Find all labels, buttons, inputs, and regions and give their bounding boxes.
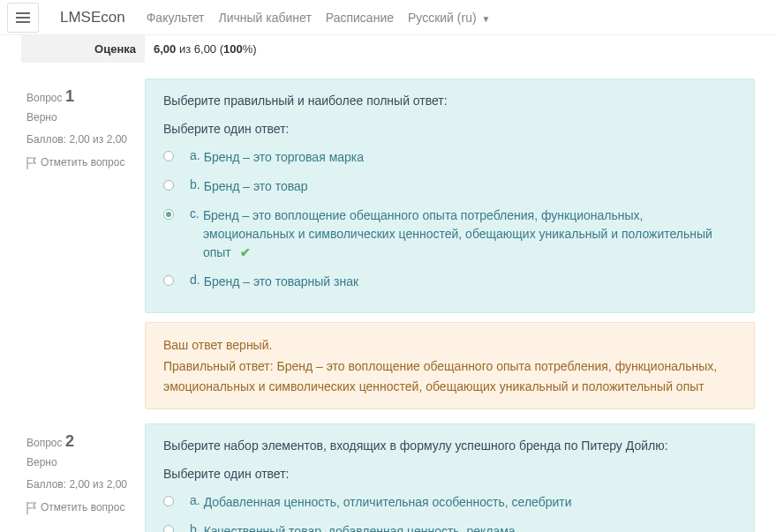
answer-option[interactable]: b. Качественный товар, добавленная ценно… (163, 517, 736, 532)
answer-prompt: Выберите один ответ: (163, 467, 736, 481)
flag-text: Отметить вопрос (41, 156, 124, 170)
feedback-body: Правильный ответ: Бренд – это воплощение… (163, 356, 736, 396)
answer-option[interactable]: a. Бренд – это торговая марка (163, 143, 736, 172)
hamburger-icon (16, 12, 30, 23)
flag-icon (26, 502, 37, 514)
answer-letter: d. (190, 273, 200, 287)
question-label: Вопрос (26, 92, 63, 104)
question-info: Вопрос 2ВерноБаллов: 2,00 из 2,00Отметит… (21, 423, 145, 525)
question-content: Выберите набор элементов, входящих в фор… (145, 423, 755, 532)
radio-icon (163, 180, 174, 191)
nav-link-cabinet[interactable]: Личный кабинет (218, 11, 311, 25)
radio-icon (163, 275, 174, 286)
flag-question-link[interactable]: Отметить вопрос (26, 156, 134, 170)
answer-text: Бренд – это торговая марка (204, 148, 364, 167)
nav-language-label: Русский (ru) (408, 11, 477, 25)
radio-icon (163, 209, 174, 220)
question-text: Выберите правильный и наиболее полный от… (163, 94, 736, 108)
feedback-heading: Ваш ответ верный. (163, 335, 736, 355)
question-grade: Баллов: 2,00 из 2,00 (26, 132, 134, 147)
flag-question-link[interactable]: Отметить вопрос (26, 501, 134, 515)
question-formulation: Выберите правильный и наиболее полный от… (145, 79, 755, 313)
menu-toggle-button[interactable] (7, 3, 39, 33)
answer-prompt: Выберите один ответ: (163, 122, 736, 136)
svg-rect-0 (16, 12, 30, 14)
flag-icon (26, 157, 37, 169)
grade-value: 6,00 из 6,00 (100%) (145, 35, 266, 63)
site-brand[interactable]: LMSEcon (60, 9, 125, 26)
svg-rect-1 (16, 17, 30, 19)
grade-of: из (179, 42, 191, 56)
answer-letter: b. (190, 177, 200, 191)
main-content: Оценка 6,00 из 6,00 (100%) Вопрос 1Верно… (0, 35, 776, 532)
grade-percent: 100 (223, 42, 243, 56)
answer-letter: a. (190, 148, 200, 162)
answer-option[interactable]: d. Бренд – это товарный знак (163, 267, 736, 296)
question-text: Выберите набор элементов, входящих в фор… (163, 438, 736, 453)
answer-text: Бренд – это товарный знак (204, 273, 358, 291)
question-info: Вопрос 1ВерноБаллов: 2,00 из 2,00Отметит… (21, 79, 145, 180)
question-formulation: Выберите набор элементов, входящих в фор… (145, 423, 755, 532)
answer-text: Добавленная ценность, отличительная особ… (204, 493, 572, 512)
nav-link-schedule[interactable]: Расписание (326, 11, 394, 25)
chevron-down-icon: ▼ (481, 14, 490, 24)
question-label: Вопрос (26, 437, 63, 449)
answer-letter: b. (190, 522, 200, 532)
answer-text: Бренд – это товар (204, 177, 308, 196)
flag-text: Отметить вопрос (41, 501, 124, 515)
question-block: Вопрос 1ВерноБаллов: 2,00 из 2,00Отметит… (21, 79, 755, 409)
grade-label: Оценка (21, 35, 145, 63)
question-feedback: Ваш ответ верный.Правильный ответ: Бренд… (145, 322, 755, 409)
question-number: 1 (65, 87, 74, 105)
answer-option[interactable]: c. Бренд – это воплощение обещанного опы… (163, 201, 736, 267)
nav-link-faculty[interactable]: Факультет (147, 11, 205, 25)
radio-icon (163, 151, 174, 161)
nav-language-dropdown[interactable]: Русский (ru) ▼ (408, 11, 490, 25)
check-icon: ✔ (240, 245, 251, 259)
grade-max: 6,00 (194, 42, 216, 56)
answer-option[interactable]: a. Добавленная ценность, отличительная о… (163, 488, 736, 517)
answer-text: Бренд – это воплощение обещанного опыта … (203, 206, 736, 262)
question-block: Вопрос 2ВерноБаллов: 2,00 из 2,00Отметит… (21, 423, 755, 532)
question-content: Выберите правильный и наиболее полный от… (145, 79, 755, 409)
answer-letter: c. (190, 206, 200, 221)
question-state: Верно (26, 456, 134, 468)
answer-option[interactable]: b. Бренд – это товар (163, 172, 736, 201)
grade-score: 6,00 (154, 42, 176, 56)
answer-text: Качественный товар, добавленная ценность… (204, 522, 516, 532)
question-state: Верно (26, 111, 134, 124)
question-number: 2 (65, 432, 74, 450)
grade-summary: Оценка 6,00 из 6,00 (100%) (21, 35, 755, 63)
radio-icon (163, 525, 174, 532)
answer-letter: a. (190, 493, 200, 507)
question-grade: Баллов: 2,00 из 2,00 (26, 477, 134, 492)
navbar: LMSEcon Факультет Личный кабинет Расписа… (0, 0, 776, 35)
svg-rect-2 (16, 21, 30, 23)
radio-icon (163, 496, 174, 506)
